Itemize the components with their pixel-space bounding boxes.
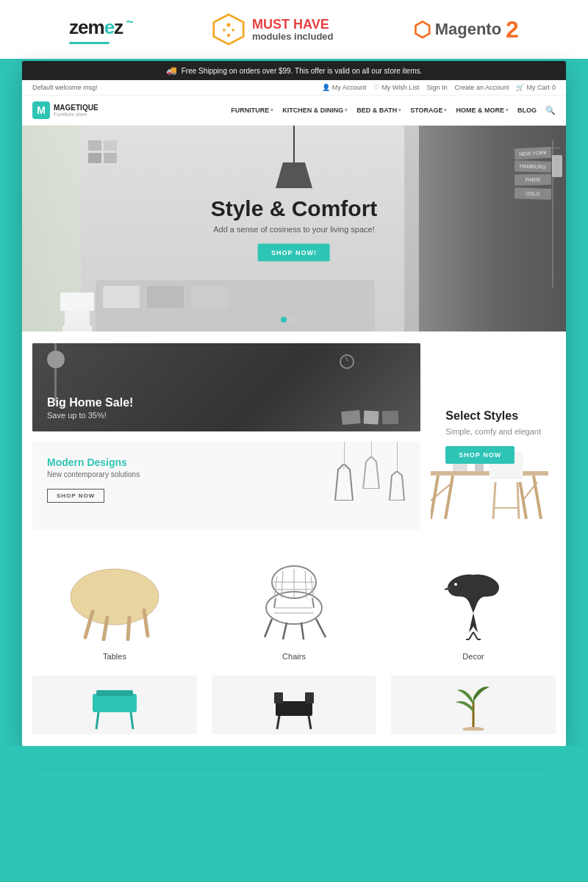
modern-text: Modern Designs New contemporary solution… — [47, 456, 140, 503]
hero-title: Style & Comfort — [211, 196, 378, 220]
bottom-row — [22, 668, 566, 746]
sign-in-link[interactable]: Sign In — [426, 84, 447, 91]
dot-1[interactable] — [281, 317, 287, 323]
sale-subtitle: Save up to 35%! — [47, 411, 133, 420]
nav-furniture[interactable]: FURNITURE ▾ — [231, 107, 273, 114]
create-account-link[interactable]: Create an Account — [454, 84, 509, 91]
pillow-3 — [191, 286, 228, 308]
dot-2[interactable] — [291, 317, 297, 323]
select-cta-button[interactable]: SHOP NOW — [445, 446, 514, 464]
svg-line-47 — [473, 632, 478, 639]
svg-line-19 — [493, 482, 495, 519]
nav-storage[interactable]: STORAGE ▾ — [410, 107, 447, 114]
site-preview: 🚚 Free Shipping on orders over $99. This… — [22, 61, 566, 746]
right-wall: NEW YORK HAMBURG PARIS OSLO — [419, 126, 566, 331]
modern-banner: Modern Designs New contemporary solution… — [32, 442, 420, 530]
chair-silhouette — [59, 287, 96, 331]
svg-line-26 — [128, 617, 129, 639]
bottom-cat-3 — [391, 675, 556, 734]
wish-list-link[interactable]: ♡ My Wish List — [373, 84, 419, 91]
nav-bed-bath[interactable]: BED & BATH ▾ — [356, 107, 401, 114]
brand-logo[interactable]: M MAGETIQUE Furniture store — [32, 101, 98, 119]
svg-marker-8 — [390, 471, 404, 501]
svg-point-4 — [227, 34, 230, 37]
svg-point-2 — [223, 29, 226, 32]
chairs-image — [239, 556, 349, 645]
must-have-text: MUST HAVE modules included — [252, 18, 334, 42]
magento-label: Magento — [435, 20, 501, 39]
svg-rect-51 — [96, 690, 133, 696]
svg-marker-0 — [214, 15, 243, 44]
svg-line-57 — [277, 716, 279, 729]
bottom-spacer — [0, 746, 588, 768]
svg-point-60 — [462, 727, 484, 731]
hero-cta-button[interactable]: SHOP NOW! — [258, 244, 330, 262]
sale-title: Big Home Sale! — [47, 396, 133, 409]
svg-line-11 — [445, 476, 453, 519]
svg-line-38 — [312, 598, 314, 608]
modern-cta-button[interactable]: SHOP NOW — [47, 489, 104, 503]
svg-rect-50 — [93, 694, 137, 712]
announce-text: Free Shipping on orders over $99. This o… — [182, 67, 423, 75]
bottom-cat-1 — [32, 675, 197, 734]
brand-name-wrap: MAGETIQUE Furniture store — [54, 104, 98, 117]
svg-line-42 — [316, 619, 326, 637]
decor-image — [418, 556, 528, 645]
clock-decor — [340, 354, 354, 369]
select-panel: Select Styles Simple, comfy and elegant … — [431, 343, 556, 530]
photo-collage — [88, 140, 117, 163]
select-title: Select Styles — [445, 409, 541, 423]
svg-line-33 — [305, 571, 306, 598]
svg-line-31 — [282, 571, 283, 598]
nav-home-more[interactable]: HOME & MORE ▾ — [456, 107, 509, 114]
search-icon[interactable]: 🔍 — [545, 106, 556, 115]
coat-rack — [544, 140, 562, 287]
magento-badge: ⬡ Magento 2 — [413, 16, 519, 43]
svg-line-40 — [283, 623, 287, 639]
announce-bar: 🚚 Free Shipping on orders over $99. This… — [22, 61, 566, 80]
modern-subtitle: New contemporary solutions — [47, 470, 140, 478]
categories-section: Tables — [22, 542, 566, 668]
my-account-link[interactable]: 👤 My Account — [322, 84, 367, 91]
zemes-logo-wrap: zemez ~ — [69, 15, 133, 44]
nav-blog[interactable]: BLOG — [517, 107, 537, 114]
cart-link[interactable]: 🛒 My Cart 0 — [516, 84, 556, 91]
svg-line-58 — [309, 716, 311, 729]
bed-shape — [96, 280, 375, 331]
magento-number: 2 — [506, 16, 519, 43]
svg-line-13 — [534, 476, 541, 519]
nav-links: FURNITURE ▾ KITCHEN & DINING ▾ BED & BAT… — [231, 106, 556, 115]
pendant-lamp-2 — [362, 442, 381, 501]
svg-marker-7 — [363, 456, 379, 489]
utility-bar: Default welcome msg! 👤 My Account ♡ My W… — [22, 80, 566, 96]
must-have-sub: modules included — [252, 31, 334, 42]
svg-line-41 — [301, 623, 304, 639]
zemes-underline — [69, 42, 110, 44]
brand-name: MAGETIQUE — [54, 104, 98, 112]
cart-count: 0 — [552, 84, 556, 91]
svg-rect-56 — [305, 692, 314, 703]
chairs-label: Chairs — [282, 652, 306, 661]
promo-left: Big Home Sale! Save up to 35%! Modern De… — [32, 343, 420, 530]
dot-3[interactable] — [301, 317, 307, 323]
nav-kitchen[interactable]: KITCHEN & DINING ▾ — [282, 107, 348, 114]
svg-line-53 — [131, 712, 133, 729]
utility-right: 👤 My Account ♡ My Wish List Sign In Crea… — [322, 84, 556, 91]
tables-image — [60, 556, 170, 645]
categories-grid: Tables — [32, 556, 556, 661]
select-subtitle: Simple, comfy and elegant — [445, 427, 541, 436]
category-decor[interactable]: Decor — [391, 556, 556, 661]
pendant-decoration — [334, 442, 406, 501]
svg-point-3 — [232, 29, 234, 32]
sale-banner: Big Home Sale! Save up to 35%! — [32, 343, 420, 431]
hero-slider: NEW YORK HAMBURG PARIS OSLO — [22, 126, 566, 331]
magento-icon: ⬡ — [413, 18, 431, 42]
category-chairs[interactable]: Chairs — [212, 556, 376, 661]
pillow-1 — [103, 286, 140, 308]
svg-point-1 — [226, 23, 230, 26]
slider-dots — [281, 317, 307, 323]
must-have-badge: MUST HAVE modules included — [212, 13, 334, 46]
svg-line-20 — [517, 482, 519, 519]
hero-subtitle: Add a sense of cosiness to your living s… — [211, 225, 378, 234]
category-tables[interactable]: Tables — [32, 556, 197, 661]
